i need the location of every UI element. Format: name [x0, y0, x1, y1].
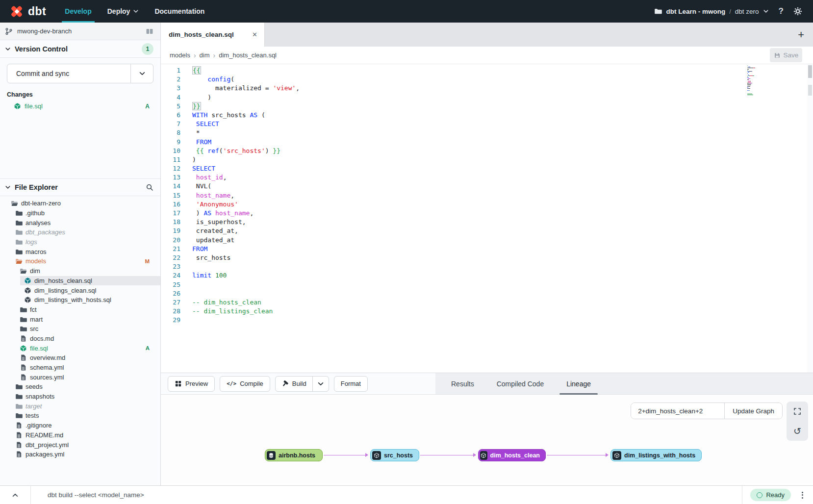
- tree-item-tests[interactable]: tests: [0, 411, 160, 421]
- tab-title: dim_hosts_clean.sql: [169, 31, 248, 38]
- menu-deploy[interactable]: Deploy: [102, 0, 145, 23]
- line-number: 13: [161, 173, 180, 182]
- menu-documentation[interactable]: Documentation: [149, 0, 210, 23]
- dbt-logo[interactable]: dbt: [0, 0, 59, 23]
- update-graph-button[interactable]: Update Graph: [724, 403, 782, 419]
- fullscreen-button[interactable]: [789, 404, 806, 419]
- breadcrumb-item[interactable]: models: [170, 51, 190, 59]
- collapse-command-bar-button[interactable]: [0, 492, 30, 499]
- file-explorer-header[interactable]: File Explorer: [0, 178, 160, 196]
- tree-item-file-sql[interactable]: file.sqlA: [0, 343, 160, 353]
- format-button[interactable]: Format: [334, 376, 368, 392]
- compile-button[interactable]: </>Compile: [220, 376, 270, 392]
- tree-item-dim[interactable]: dim: [0, 266, 160, 276]
- tree-item--github[interactable]: .github: [0, 208, 160, 218]
- tree-item-macros[interactable]: macros: [0, 247, 160, 256]
- lineage-edge-arrow: [606, 453, 609, 457]
- code-line: 13 host_id,: [161, 173, 813, 182]
- tree-item-dbt-learn-zero[interactable]: dbt-learn-zero: [0, 199, 160, 208]
- code-line: 28-- dim_listings_clean: [161, 307, 813, 316]
- tab-dim-hosts-clean[interactable]: dim_hosts_clean.sql ✕: [161, 23, 265, 47]
- search-icon[interactable]: [146, 183, 153, 191]
- tree-item-schema-yml[interactable]: schema.yml: [0, 363, 160, 373]
- tree-item-dbt-project-yml[interactable]: dbt_project.yml: [0, 440, 160, 450]
- scrollbar[interactable]: [807, 64, 813, 373]
- tree-item-models[interactable]: modelsM: [0, 256, 160, 266]
- docs-book-icon[interactable]: [146, 27, 153, 35]
- tree-item-dim-hosts-clean-sql[interactable]: dim_hosts_clean.sql: [0, 276, 160, 286]
- commit-and-sync-button[interactable]: Commit and sync: [7, 64, 153, 83]
- branch-bar[interactable]: mwong-dev-branch: [0, 23, 160, 40]
- folder-icon: [20, 316, 27, 323]
- build-button-group: Build: [275, 376, 329, 392]
- command-input[interactable]: dbt build --select <model_name>: [30, 486, 742, 504]
- code-editor[interactable]: 1{{2 config(3 materialized = 'view',4 )5…: [161, 64, 813, 373]
- line-number: 16: [161, 200, 180, 209]
- tree-item-dim-listings-with-hosts-sql[interactable]: dim_listings_with_hosts.sql: [0, 295, 160, 305]
- code-line: 25: [161, 280, 813, 289]
- tree-item-src[interactable]: src: [0, 324, 160, 334]
- breadcrumb-item[interactable]: dim_hosts_clean.sql: [219, 51, 277, 59]
- account-switcher[interactable]: dbt Learn - mwong / dbt zero: [654, 7, 768, 15]
- gear-icon[interactable]: [793, 7, 802, 16]
- tab-compiled-code[interactable]: Compiled Code: [497, 380, 544, 388]
- tab-lineage[interactable]: Lineage: [566, 380, 591, 388]
- menu-develop[interactable]: Develop: [59, 0, 97, 23]
- branch-name: mwong-dev-branch: [17, 27, 72, 35]
- tree-item-mart[interactable]: mart: [0, 314, 160, 324]
- tree-item-fct[interactable]: fct: [0, 305, 160, 315]
- lineage-node-airbnb-hosts[interactable]: airbnb.hosts: [265, 449, 323, 461]
- help-button[interactable]: ?: [779, 6, 784, 16]
- tree-item-packages-yml[interactable]: packages.yml: [0, 450, 160, 459]
- scrollbar-thumb[interactable]: [808, 65, 812, 78]
- lineage-edge: [420, 455, 474, 455]
- line-number: 24: [161, 271, 180, 280]
- minimap[interactable]: [747, 66, 766, 97]
- lineage-node-src-hosts[interactable]: src_hosts: [370, 449, 419, 461]
- tree-item-sources-yml[interactable]: sources.yml: [0, 372, 160, 382]
- tree-item-name: .gitignore: [25, 422, 150, 429]
- changes-label: Changes: [7, 91, 160, 98]
- tab-results[interactable]: Results: [451, 380, 474, 388]
- tree-item-overview-md[interactable]: overview.md: [0, 353, 160, 363]
- floppy-icon: [774, 52, 781, 59]
- version-control-header[interactable]: Version Control 1: [0, 40, 160, 58]
- line-number: 14: [161, 182, 180, 191]
- breadcrumb-item[interactable]: dim: [200, 51, 210, 59]
- line-number: 10: [161, 147, 180, 155]
- build-options-chevron[interactable]: [312, 377, 329, 391]
- tree-item-snapshots[interactable]: snapshots: [0, 392, 160, 402]
- lineage-node-dim-hosts-clean[interactable]: dim_hosts_clean: [478, 449, 546, 461]
- reset-view-button[interactable]: ↺: [789, 424, 806, 438]
- new-tab-button[interactable]: +: [789, 28, 813, 41]
- button-label: Compile: [240, 380, 263, 387]
- close-icon[interactable]: ✕: [252, 31, 257, 38]
- tree-item-seeds[interactable]: seeds: [0, 382, 160, 392]
- tree-item-docs-md[interactable]: docs.md: [0, 334, 160, 344]
- kebab-menu-icon[interactable]: [800, 490, 805, 501]
- breadcrumb-separator: ›: [213, 51, 216, 59]
- line-number: 7: [161, 120, 180, 128]
- tree-item-target[interactable]: target: [0, 401, 160, 411]
- code-line: 10 {{ ref('src_hosts') }}: [161, 147, 813, 155]
- tree-item-readme-md[interactable]: README.md: [0, 430, 160, 440]
- preview-button[interactable]: Preview: [168, 376, 215, 392]
- tree-item-logs[interactable]: logs: [0, 237, 160, 247]
- lineage-selector-input[interactable]: [631, 403, 724, 419]
- tree-item--gitignore[interactable]: .gitignore: [0, 421, 160, 430]
- code-line: 6WITH src_hosts AS (: [161, 111, 813, 120]
- tree-item-name: tests: [25, 412, 150, 419]
- line-number: 22: [161, 253, 180, 262]
- folder-icon: [20, 306, 27, 313]
- build-button[interactable]: Build: [276, 377, 312, 391]
- tree-item-analyses[interactable]: analyses: [0, 218, 160, 227]
- tree-item-dbt-packages[interactable]: dbt_packages: [0, 227, 160, 237]
- lineage-node-dim-listings-with-hosts[interactable]: dim_listings_with_hosts: [610, 449, 702, 461]
- folder-icon: [20, 325, 27, 332]
- commit-options-chevron[interactable]: [130, 64, 153, 83]
- tree-item-name: docs.md: [30, 335, 150, 342]
- tree-item-dim-listings-clean-sql[interactable]: dim_listings_clean.sql: [0, 285, 160, 295]
- tree-item-name: packages.yml: [25, 451, 150, 458]
- changed-file-file.sql[interactable]: file.sqlA: [0, 101, 160, 111]
- save-button[interactable]: Save: [770, 48, 802, 62]
